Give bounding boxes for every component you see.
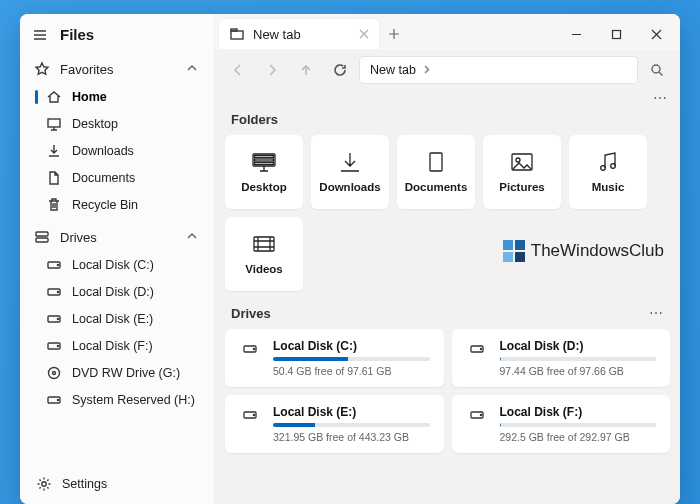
folders-section-label: Folders xyxy=(225,108,670,135)
address-bar[interactable]: New tab xyxy=(359,56,638,84)
svg-rect-0 xyxy=(48,119,60,127)
sidebar-group-drives[interactable]: Drives xyxy=(26,223,208,251)
svg-rect-22 xyxy=(255,159,274,161)
main-area: New tab New tab xyxy=(215,14,680,504)
svg-point-37 xyxy=(480,414,481,415)
svg-point-26 xyxy=(516,158,520,162)
sidebar-item-label: Desktop xyxy=(72,117,118,131)
sidebar-item-dvd-rw-drive-g-[interactable]: DVD RW Drive (G:) xyxy=(34,360,206,386)
folder-label: Desktop xyxy=(241,181,286,193)
folder-tile-music[interactable]: Music xyxy=(569,135,647,209)
sidebar-item-home[interactable]: Home xyxy=(34,84,206,110)
document-big-icon xyxy=(423,151,449,173)
svg-point-12 xyxy=(53,372,56,375)
svg-rect-23 xyxy=(255,163,274,165)
window-minimize-button[interactable] xyxy=(556,19,596,49)
folder-tile-desktop[interactable]: Desktop xyxy=(225,135,303,209)
more-options-button[interactable]: ⋯ xyxy=(653,90,668,106)
nav-forward-button[interactable] xyxy=(257,56,287,84)
folder-label: Music xyxy=(592,181,625,193)
gear-icon xyxy=(36,476,52,492)
svg-rect-29 xyxy=(254,237,274,251)
sidebar-item-desktop[interactable]: Desktop xyxy=(34,111,206,137)
close-tab-icon[interactable] xyxy=(359,27,369,42)
sidebar-item-local-disk-d-[interactable]: Local Disk (D:) xyxy=(34,279,206,305)
hamburger-icon[interactable] xyxy=(32,27,48,43)
folder-label: Downloads xyxy=(319,181,380,193)
folder-tile-downloads[interactable]: Downloads xyxy=(311,135,389,209)
app-window: Files Favorites Home Desktop Downloads D… xyxy=(20,14,680,504)
sidebar-group-favorites[interactable]: Favorites xyxy=(26,55,208,83)
svg-rect-17 xyxy=(231,29,237,31)
folder-label: Documents xyxy=(405,181,468,193)
video-big-icon xyxy=(251,233,277,255)
address-path: New tab xyxy=(370,63,416,77)
svg-point-19 xyxy=(652,65,660,73)
music-big-icon xyxy=(595,151,621,173)
folder-tile-videos[interactable]: Videos xyxy=(225,217,303,291)
svg-rect-24 xyxy=(430,153,442,171)
drive-tile-local-disk-f-[interactable]: Local Disk (F:) 292.5 GB free of 292.97 … xyxy=(452,395,671,453)
drive-tile-local-disk-c-[interactable]: Local Disk (C:) 50.4 GB free of 97.61 GB xyxy=(225,329,444,387)
sidebar-item-label: Local Disk (C:) xyxy=(72,258,154,272)
drive-free-text: 97.44 GB free of 97.66 GB xyxy=(500,365,657,377)
sidebar-item-local-disk-f-[interactable]: Local Disk (F:) xyxy=(34,333,206,359)
folder-tile-pictures[interactable]: Pictures xyxy=(483,135,561,209)
sidebar-item-label: Local Disk (F:) xyxy=(72,339,153,353)
desktop-icon xyxy=(46,116,62,132)
folder-label: Videos xyxy=(245,263,283,275)
nav-back-button[interactable] xyxy=(223,56,253,84)
sidebar-item-recycle-bin[interactable]: Recycle Bin xyxy=(34,192,206,218)
sidebar: Files Favorites Home Desktop Downloads D… xyxy=(20,14,215,504)
drive-icon xyxy=(466,341,488,377)
window-maximize-button[interactable] xyxy=(596,19,636,49)
drive-usage-bar xyxy=(500,357,657,361)
svg-rect-2 xyxy=(36,238,48,242)
svg-point-8 xyxy=(57,318,58,319)
drive-tile-local-disk-d-[interactable]: Local Disk (D:) 97.44 GB free of 97.66 G… xyxy=(452,329,671,387)
drive-icon xyxy=(46,311,62,327)
svg-point-11 xyxy=(49,368,60,379)
drives-more-button[interactable]: ⋯ xyxy=(649,305,664,321)
drive-name: Local Disk (D:) xyxy=(500,339,657,353)
drive-icon xyxy=(46,392,62,408)
drive-icon xyxy=(239,407,261,443)
sidebar-item-downloads[interactable]: Downloads xyxy=(34,138,206,164)
drive-tile-local-disk-e-[interactable]: Local Disk (E:) 321.95 GB free of 443.23… xyxy=(225,395,444,453)
window-close-button[interactable] xyxy=(636,19,676,49)
drive-free-text: 292.5 GB free of 292.97 GB xyxy=(500,431,657,443)
trash-icon xyxy=(46,197,62,213)
new-tab-button[interactable] xyxy=(379,19,409,49)
drive-free-text: 50.4 GB free of 97.61 GB xyxy=(273,365,430,377)
chevron-right-icon xyxy=(422,63,431,77)
chevron-up-icon xyxy=(186,62,200,76)
nav-toolbar: New tab xyxy=(215,50,680,90)
drive-usage-bar xyxy=(273,357,430,361)
sidebar-settings[interactable]: Settings xyxy=(28,471,206,497)
group-label: Favorites xyxy=(60,62,113,77)
svg-point-15 xyxy=(42,482,46,486)
svg-point-10 xyxy=(57,345,58,346)
sidebar-item-documents[interactable]: Documents xyxy=(34,165,206,191)
drive-name: Local Disk (E:) xyxy=(273,405,430,419)
svg-rect-1 xyxy=(36,232,48,236)
star-icon xyxy=(34,61,50,77)
sidebar-item-system-reserved-h-[interactable]: System Reserved (H:) xyxy=(34,387,206,413)
drive-icon xyxy=(46,284,62,300)
tab-active[interactable]: New tab xyxy=(219,19,379,49)
nav-up-button[interactable] xyxy=(291,56,321,84)
sidebar-item-label: Home xyxy=(72,90,107,104)
download-icon xyxy=(46,143,62,159)
disc-icon xyxy=(46,365,62,381)
content-area: Folders Desktop Downloads Documents Pict… xyxy=(215,108,680,504)
search-button[interactable] xyxy=(642,56,672,84)
sidebar-item-local-disk-c-[interactable]: Local Disk (C:) xyxy=(34,252,206,278)
sidebar-item-label: Documents xyxy=(72,171,135,185)
group-label: Drives xyxy=(60,230,97,245)
folder-tile-documents[interactable]: Documents xyxy=(397,135,475,209)
tab-bar: New tab xyxy=(215,14,680,50)
app-title: Files xyxy=(60,26,94,43)
nav-refresh-button[interactable] xyxy=(325,56,355,84)
sidebar-item-label: Downloads xyxy=(72,144,134,158)
sidebar-item-local-disk-e-[interactable]: Local Disk (E:) xyxy=(34,306,206,332)
